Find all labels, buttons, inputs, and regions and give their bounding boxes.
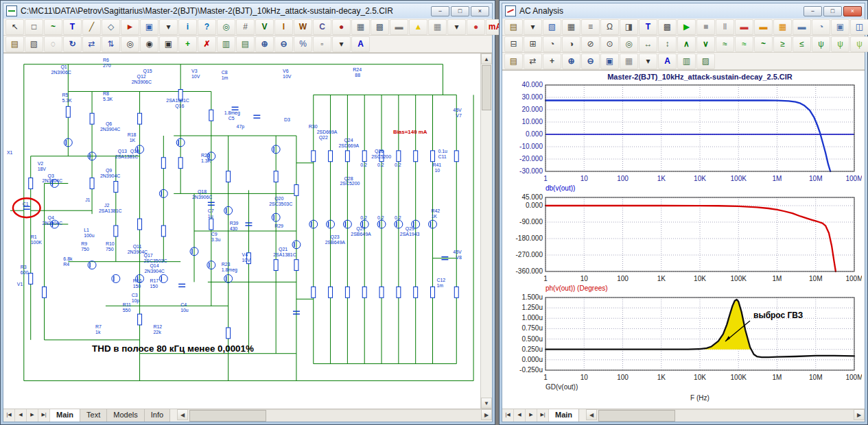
cursor-q1-button[interactable]: ◔ [543, 36, 561, 52]
fern-2-button[interactable]: ψ [831, 36, 849, 52]
select-tool[interactable]: ↖ [5, 19, 24, 35]
help-mode[interactable]: ? [198, 19, 216, 35]
shape-dropdown[interactable]: ▾ [447, 19, 466, 35]
zoom-percent-button[interactable]: % [294, 36, 312, 52]
zoom-in-button[interactable]: ⊕ [562, 53, 580, 69]
mirror-h-button[interactable]: ⇄ [82, 36, 101, 52]
analysis-titlebar[interactable]: AC Analysis − □ × [502, 3, 865, 19]
scroll-right-button[interactable]: ▶ [854, 409, 865, 420]
fern-3-button[interactable]: ψ [850, 36, 868, 52]
component-tool[interactable]: □ [25, 19, 43, 35]
scroll-right-button[interactable]: ▶ [481, 409, 492, 420]
step-out-button[interactable]: ▤ [236, 36, 255, 52]
scroll-thumb[interactable] [189, 410, 266, 422]
tab-main[interactable]: Main [549, 409, 579, 422]
tab-nav-first[interactable]: |◀ [502, 409, 514, 422]
schematic-vertical-scrollbar[interactable]: ▲ ▼ [480, 53, 492, 409]
stepping-button[interactable]: ≡ [581, 19, 600, 35]
zoom-window-button[interactable]: ▣ [600, 53, 619, 69]
info-mode[interactable]: i [178, 19, 197, 35]
tab-nav-prev[interactable]: ◀ [15, 409, 27, 422]
next-gmin-button[interactable]: ≥ [773, 36, 792, 52]
clipboard-button[interactable]: ▤ [504, 53, 523, 69]
schematic-window[interactable]: C:\MC11\DATA\Petrov\Sagittarius\Master-2… [0, 0, 495, 425]
zoom-out-button[interactable]: ⊖ [274, 36, 293, 52]
stop-button[interactable]: ■ [696, 19, 715, 35]
phase-plot[interactable]: 45.0000.000-90.000-180.000-270.000-360.0… [508, 194, 862, 283]
properties-button[interactable]: ▩ [658, 19, 677, 35]
run-button[interactable]: ▶ [677, 19, 696, 35]
condition-toggle[interactable]: C [313, 19, 331, 35]
scroll-down-button[interactable]: ▼ [481, 398, 492, 409]
grid-dropdown[interactable]: ▦ [620, 53, 638, 69]
select-region-button[interactable]: ▧ [25, 36, 43, 52]
file-button[interactable]: ▤ [504, 19, 523, 35]
find-button[interactable]: ◎ [121, 36, 139, 52]
scroll-track[interactable] [481, 111, 492, 398]
analysis-plot-area[interactable]: Master-2(BJT)_10kHz_attack-sustain-decay… [502, 70, 865, 409]
camera-button[interactable]: ▫ [313, 36, 331, 52]
cursor-q2-button[interactable]: ◑ [562, 36, 580, 52]
text-tool[interactable]: T [639, 19, 657, 35]
scroll-up-button[interactable]: ▲ [481, 53, 492, 64]
optimize-button[interactable]: Ω [600, 19, 619, 35]
scroll-left-button[interactable]: ◀ [586, 409, 597, 420]
tab-nav-last[interactable]: ▶| [38, 409, 50, 422]
tab-main[interactable]: Main [50, 409, 80, 422]
tab-nav-last[interactable]: ▶| [537, 409, 549, 422]
scroll-track[interactable] [597, 409, 854, 422]
picture-tool[interactable]: ▣ [140, 19, 159, 35]
panel-left-button[interactable]: ⊟ [504, 36, 523, 52]
tab-nav-prev[interactable]: ◀ [514, 409, 526, 422]
analysis-window[interactable]: AC Analysis − □ × ▤▾▧▦≡Ω◨T▩▶■‖▬▬▦▬◔▣◫⊟▩ … [499, 0, 868, 425]
copy-button[interactable]: ▥ [677, 53, 696, 69]
next-high-button[interactable]: ≈ [716, 36, 734, 52]
watch-button[interactable]: ◔ [812, 19, 830, 35]
scroll-track[interactable] [188, 409, 481, 422]
cross-area-toggle[interactable]: ▩ [371, 19, 389, 35]
graphics-tool[interactable]: ◇ [102, 19, 120, 35]
analysis-window-button[interactable]: ◨ [620, 19, 638, 35]
step-in-button[interactable]: ▥ [217, 36, 235, 52]
pkg-button[interactable]: ▣ [831, 19, 849, 35]
tile-h-button[interactable]: ◫ [850, 19, 868, 35]
tag-horizontal-button[interactable]: ↔ [639, 36, 657, 52]
comment-balloon-button[interactable]: ◌ [44, 36, 62, 52]
file-dropdown[interactable]: ▾ [524, 19, 542, 35]
text-tool[interactable]: T [63, 19, 82, 35]
pause-button[interactable]: ‖ [716, 19, 734, 35]
zoom-fit-button[interactable]: ▣ [159, 36, 178, 52]
limits-button[interactable]: ▦ [562, 19, 580, 35]
delete-button[interactable]: ✗ [198, 36, 216, 52]
scroll-thumb[interactable] [598, 410, 675, 422]
tag-vertical-button[interactable]: ↕ [658, 36, 677, 52]
node-voltages-toggle[interactable]: V [255, 19, 274, 35]
border-toggle[interactable]: ▬ [390, 19, 408, 35]
minimize-button[interactable]: − [804, 6, 822, 16]
font-button[interactable]: A [351, 36, 370, 52]
scope-red-button[interactable]: ▬ [735, 19, 753, 35]
next-low-button[interactable]: ≈ [735, 36, 753, 52]
grid-toggle[interactable]: ▦ [428, 19, 447, 35]
font-button[interactable]: A [658, 53, 677, 69]
scroll-left-button[interactable]: ◀ [177, 409, 188, 420]
schematic-titlebar[interactable]: C:\MC11\DATA\Petrov\Sagittarius\Master-2… [3, 3, 492, 19]
maximize-button[interactable]: □ [451, 6, 469, 16]
flag-tool[interactable]: ► [121, 19, 139, 35]
next-gmax-button[interactable]: ≤ [793, 36, 811, 52]
zoom-out-button[interactable]: ⊖ [581, 53, 600, 69]
tab-models[interactable]: Models [107, 409, 144, 422]
minimize-button[interactable]: − [431, 6, 449, 16]
paste-button[interactable]: ▨ [696, 53, 715, 69]
panel-bottom-button[interactable]: ⊞ [524, 36, 542, 52]
add-part-button[interactable]: + [178, 36, 197, 52]
cursor-mode-button[interactable]: + [543, 53, 561, 69]
pin-toggle[interactable]: ● [332, 19, 351, 35]
fern-1-button[interactable]: ψ [812, 36, 830, 52]
magnitude-plot[interactable]: 40.00030.00020.00010.0000.000-10.000-20.… [508, 82, 862, 183]
scope-orange-button[interactable]: ▬ [754, 19, 773, 35]
find-repeat-button[interactable]: ◉ [140, 36, 159, 52]
power-toggle[interactable]: W [294, 19, 312, 35]
maximize-button[interactable]: □ [823, 6, 842, 16]
next-valley-button[interactable]: ∨ [696, 36, 715, 52]
